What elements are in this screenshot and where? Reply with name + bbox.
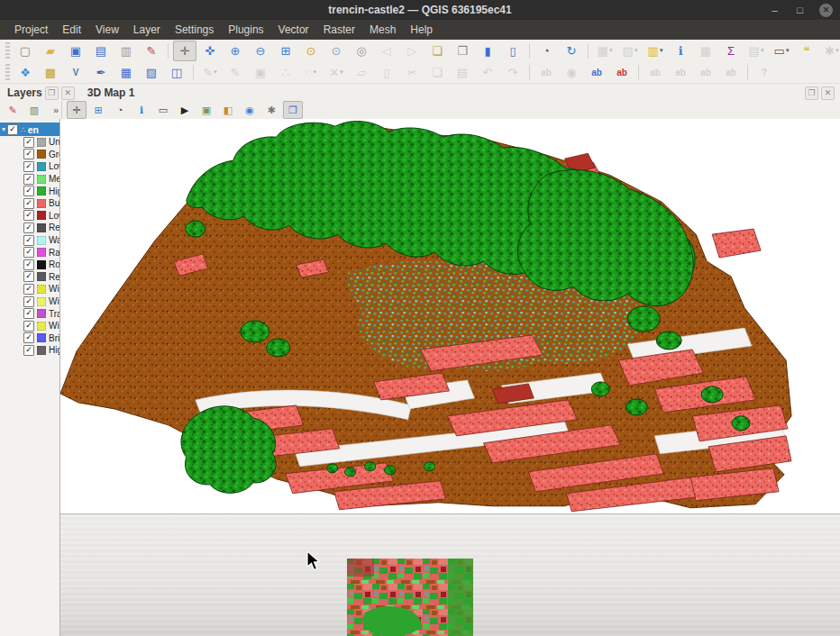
- deselect-features-dropdown-arrow[interactable]: ▾: [635, 47, 638, 54]
- camera-pan-icon[interactable]: ✛: [67, 101, 87, 119]
- toolbar-drag-handle[interactable]: [5, 64, 10, 80]
- zoom-to-layer-icon[interactable]: ⊙: [324, 41, 348, 61]
- new-virtual-layer-icon[interactable]: ◫: [165, 62, 188, 83]
- layer-diagram-options-icon[interactable]: ab: [610, 62, 634, 83]
- classification-item[interactable]: ✓Building: [0, 197, 59, 210]
- zoom-full-icon[interactable]: ⊞: [274, 41, 297, 61]
- menu-settings[interactable]: Settings: [168, 20, 221, 40]
- class-checkbox[interactable]: ✓: [23, 198, 34, 209]
- zoom-native-icon[interactable]: ◎: [350, 41, 373, 61]
- layer-checkbox[interactable]: ✓: [7, 124, 18, 135]
- menu-project[interactable]: Project: [7, 20, 55, 40]
- highlight-pinned-labels-icon[interactable]: ab: [585, 62, 608, 83]
- new-project-icon[interactable]: ▢: [14, 41, 37, 61]
- class-checkbox[interactable]: ✓: [23, 137, 34, 148]
- classification-item[interactable]: ✓Ground: [0, 149, 59, 161]
- class-checkbox[interactable]: ✓: [23, 284, 34, 295]
- class-checkbox[interactable]: ✓: [23, 308, 34, 319]
- layer-item-pointcloud[interactable]: ▾✓∴en: [0, 123, 59, 136]
- expand-arrow-icon[interactable]: ▾: [2, 125, 5, 133]
- identify-3d-icon[interactable]: ℹ: [132, 101, 151, 119]
- classification-item[interactable]: ✓Wire-structure Connector: [0, 320, 59, 332]
- refresh-map-icon[interactable]: ↻: [560, 41, 583, 61]
- zoom-full-3d-icon[interactable]: ⊞: [88, 101, 108, 119]
- open-project-icon[interactable]: ▰: [39, 41, 62, 61]
- new-spatial-bookmark-icon[interactable]: ▮: [476, 41, 499, 61]
- data-source-manager-icon[interactable]: ❖: [14, 62, 37, 83]
- measurement-line-icon[interactable]: ▭: [153, 101, 173, 119]
- float-3d-panel-icon[interactable]: ❐: [805, 86, 818, 100]
- statistical-summary-icon[interactable]: Σ: [719, 41, 743, 61]
- classification-item[interactable]: ✓Wire - Guard: [0, 283, 59, 295]
- camera-view-options-icon[interactable]: ◉: [240, 101, 260, 119]
- new-print-layout-icon[interactable]: ❏: [425, 41, 449, 61]
- menu-layer[interactable]: Layer: [126, 20, 168, 40]
- new-geopackage-layer-icon[interactable]: ▩: [39, 62, 62, 83]
- classification-item[interactable]: ✓Reserved: [0, 222, 59, 234]
- class-checkbox[interactable]: ✓: [23, 186, 34, 196]
- zoom-in-icon[interactable]: ⊕: [224, 41, 247, 61]
- class-checkbox[interactable]: ✓: [23, 149, 34, 159]
- filter-legend-icon[interactable]: ▥: [24, 101, 44, 119]
- new-temporary-scratch-layer-icon[interactable]: ✒: [89, 62, 113, 83]
- menu-view[interactable]: View: [88, 20, 126, 40]
- classification-item[interactable]: ✓Low Point: [0, 210, 59, 223]
- layout-manager-icon[interactable]: ❐: [451, 41, 474, 61]
- locator-options-dropdown-arrow[interactable]: ▾: [835, 47, 839, 54]
- zoom-out-icon[interactable]: ⊖: [249, 41, 272, 61]
- pan-map-icon[interactable]: ✛: [173, 41, 196, 61]
- menu-raster[interactable]: Raster: [316, 20, 362, 40]
- close-layers-panel-icon[interactable]: ✕: [61, 86, 75, 100]
- add-circular-string-dropdown-arrow[interactable]: ▾: [314, 68, 317, 76]
- class-checkbox[interactable]: ✓: [23, 235, 34, 246]
- class-checkbox[interactable]: ✓: [23, 247, 34, 258]
- open-attribute-table-dropdown-arrow[interactable]: ▾: [761, 47, 764, 54]
- select-features-dropdown-arrow[interactable]: ▾: [609, 47, 613, 54]
- new-shapefile-layer-icon[interactable]: V: [64, 62, 87, 83]
- new-spatialite-layer-icon[interactable]: ▦: [114, 62, 138, 83]
- map-tips-icon[interactable]: ❝: [795, 41, 818, 61]
- zoom-to-selection-icon[interactable]: ⊙: [299, 41, 323, 61]
- menu-edit[interactable]: Edit: [55, 20, 88, 40]
- class-checkbox[interactable]: ✓: [23, 210, 34, 221]
- classification-item[interactable]: ✓Rail: [0, 246, 59, 259]
- classification-item[interactable]: ✓Medium Vegetation: [0, 173, 59, 186]
- menu-plugins[interactable]: Plugins: [221, 20, 270, 40]
- class-checkbox[interactable]: ✓: [23, 321, 34, 332]
- classification-item[interactable]: ✓High Noise: [0, 344, 59, 357]
- toolbar-drag-handle[interactable]: [5, 42, 10, 59]
- open-layer-styling-icon[interactable]: ✎: [3, 101, 23, 119]
- show-bookmarks-icon[interactable]: ▯: [501, 41, 525, 61]
- class-checkbox[interactable]: ✓: [23, 271, 34, 282]
- classification-item[interactable]: ✓Water: [0, 234, 59, 247]
- temporal-controller-icon[interactable]: ◔: [534, 41, 558, 61]
- 3d-map-view[interactable]: [60, 119, 840, 513]
- animations-icon[interactable]: ▶: [175, 101, 195, 119]
- class-checkbox[interactable]: ✓: [23, 161, 34, 172]
- class-checkbox[interactable]: ✓: [23, 332, 34, 343]
- new-report-icon[interactable]: ▥: [114, 41, 138, 61]
- measure-icon[interactable]: ▭▾: [770, 41, 793, 61]
- new-mesh-layer-icon[interactable]: ▨: [140, 62, 163, 83]
- minimize-button[interactable]: –: [769, 5, 781, 15]
- save-as-image-icon[interactable]: ▣: [196, 101, 216, 119]
- maximize-button[interactable]: □: [794, 5, 806, 15]
- menu-help[interactable]: Help: [403, 20, 440, 40]
- float-layers-panel-icon[interactable]: ❐: [45, 86, 59, 100]
- classification-item[interactable]: ✓Reserved: [0, 271, 59, 284]
- save-project-as-icon[interactable]: ▤: [89, 41, 113, 61]
- select-by-value-dropdown-arrow[interactable]: ▾: [660, 47, 663, 54]
- class-checkbox[interactable]: ✓: [23, 223, 34, 233]
- classification-item[interactable]: ✓Unclassified: [0, 136, 59, 149]
- close-button[interactable]: ✕: [819, 4, 833, 17]
- classification-item[interactable]: ✓Low Vegetation: [0, 160, 59, 173]
- pan-to-selection-icon[interactable]: ✜: [198, 41, 222, 61]
- classification-item[interactable]: ✓Bridge Deck: [0, 332, 59, 345]
- close-3d-panel-icon[interactable]: ✕: [821, 86, 835, 100]
- menu-mesh[interactable]: Mesh: [362, 20, 403, 40]
- class-checkbox[interactable]: ✓: [23, 259, 34, 270]
- dock-3d-view-icon[interactable]: ❐: [283, 101, 303, 119]
- measure-dropdown-arrow[interactable]: ▾: [786, 47, 790, 54]
- classification-item[interactable]: ✓High Vegetation: [0, 185, 59, 197]
- save-project-icon[interactable]: ▣: [64, 41, 87, 61]
